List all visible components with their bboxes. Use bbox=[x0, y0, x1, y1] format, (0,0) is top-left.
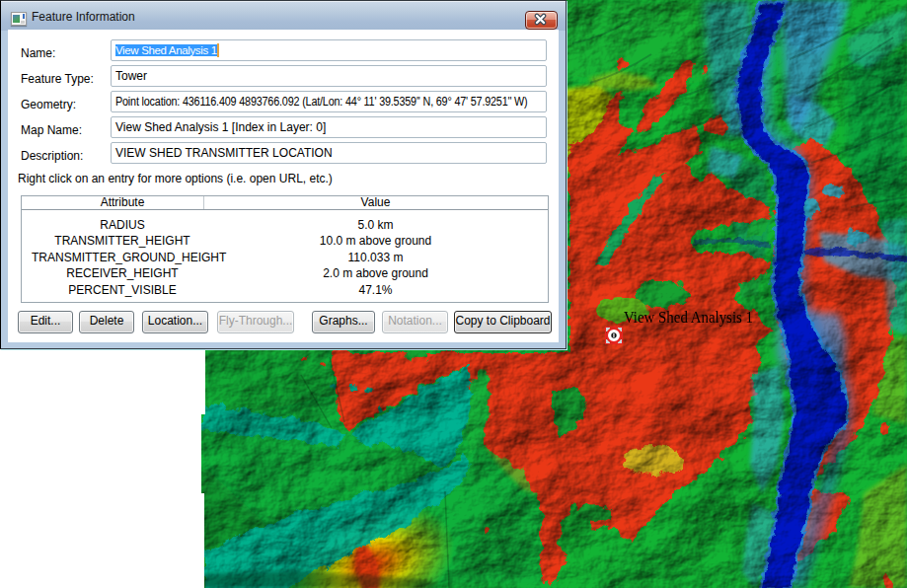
svg-text:View Shed Analysis 1: View Shed Analysis 1 bbox=[624, 308, 753, 327]
